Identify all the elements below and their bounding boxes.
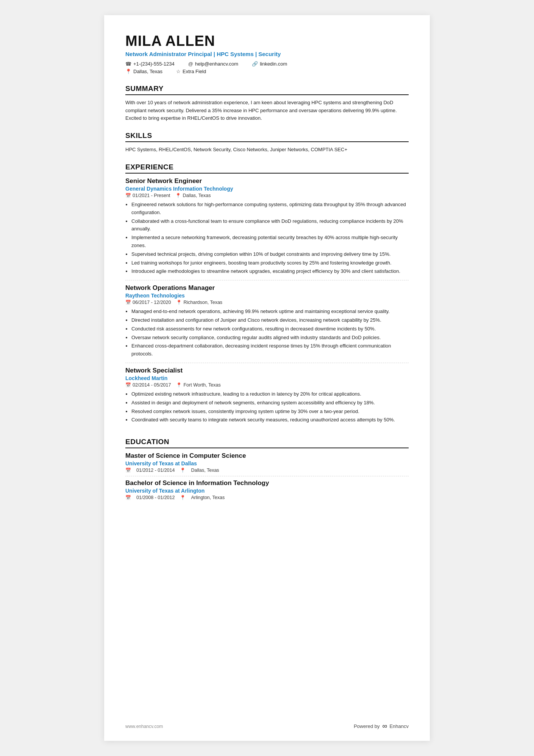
edu-location: Arlington, Texas (191, 495, 225, 500)
resume-page: MILA ALLEN Network Administrator Princip… (104, 15, 430, 741)
calendar-icon: 📅 (125, 300, 131, 305)
edu-degree: Bachelor of Science in Information Techn… (125, 479, 409, 487)
bullet-item: Oversaw network security compliance, con… (131, 334, 409, 342)
job-title: Senior Network Engineer (125, 177, 409, 185)
edu-dates: 01/2008 - 01/2012 (136, 495, 175, 500)
job-bullets: Engineered network solutions for high-pe… (125, 201, 409, 275)
email-value: help@enhancv.com (195, 61, 238, 67)
summary-title: SUMMARY (125, 85, 409, 95)
header-section: MILA ALLEN Network Administrator Princip… (125, 33, 409, 75)
education-container: Master of Science in Computer ScienceUni… (125, 452, 409, 503)
edu-location-icon: 📍 (180, 495, 186, 500)
experience-title: EXPERIENCE (125, 163, 409, 174)
location-text: Dallas, Texas (183, 193, 211, 198)
edu-meta: 📅01/2012 - 01/2014📍Dallas, Texas (125, 468, 409, 473)
bullet-item: Coordinated with security teams to integ… (131, 416, 409, 424)
job-meta: 📅02/2014 - 05/2017📍Fort Worth, Texas (125, 382, 409, 388)
extra-contact: ☆ Extra Field (176, 69, 206, 74)
resume-footer: www.enhancv.com Powered by ∞ Enhancv (125, 722, 409, 730)
location-contact: 📍 Dallas, Texas (125, 69, 162, 74)
edu-degree: Master of Science in Computer Science (125, 452, 409, 460)
bullet-item: Implemented a secure networking framewor… (131, 234, 409, 250)
job-entry: Senior Network EngineerGeneral Dynamics … (125, 177, 409, 280)
job-dates: 📅02/2014 - 05/2017 (125, 382, 171, 388)
powered-by-label: Powered by (354, 723, 380, 729)
company-name: Lockheed Martin (125, 375, 409, 381)
job-meta: 📅06/2017 - 12/2020📍Richardson, Texas (125, 300, 409, 305)
bullet-item: Engineered network solutions for high-pe… (131, 201, 409, 217)
bullet-item: Collaborated with a cross-functional tea… (131, 218, 409, 233)
location-value: Dallas, Texas (133, 69, 162, 74)
location-pin-icon: 📍 (175, 193, 181, 198)
edu-meta: 📅01/2008 - 01/2012📍Arlington, Texas (125, 495, 409, 500)
contact-row-1: ☎ +1-(234)-555-1234 @ help@enhancv.com 🔗… (125, 61, 409, 68)
job-title: Network Operations Manager (125, 284, 409, 292)
candidate-title: Network Administrator Principal | HPC Sy… (125, 51, 409, 57)
education-section: EDUCATION Master of Science in Computer … (125, 438, 409, 503)
bullet-item: Supervised technical projects, driving c… (131, 250, 409, 258)
job-meta: 📅01/2021 - Present📍Dallas, Texas (125, 193, 409, 198)
calendar-icon: 📅 (125, 193, 131, 198)
job-location: 📍Dallas, Texas (175, 193, 211, 198)
skills-text: HPC Systems, RHEL/CentOS, Network Securi… (125, 146, 409, 154)
calendar-icon: 📅 (125, 382, 131, 388)
linkedin-icon: 🔗 (252, 61, 258, 67)
job-entry: Network SpecialistLockheed Martin📅02/201… (125, 367, 409, 429)
extra-value: Extra Field (183, 69, 206, 74)
bullet-item: Enhanced cross-department collaboration,… (131, 342, 409, 358)
footer-website: www.enhancv.com (125, 724, 163, 729)
bullet-item: Conducted risk assessments for new netwo… (131, 325, 409, 333)
dates-text: 01/2021 - Present (133, 193, 170, 198)
skills-section: SKILLS HPC Systems, RHEL/CentOS, Network… (125, 131, 409, 154)
dates-text: 06/2017 - 12/2020 (133, 300, 171, 305)
bullet-item: Directed installation and configuration … (131, 316, 409, 324)
edu-location-icon: 📍 (180, 468, 186, 473)
experience-section: EXPERIENCE Senior Network EngineerGenera… (125, 163, 409, 429)
edu-school: University of Texas at Dallas (125, 460, 409, 466)
location-pin-icon: 📍 (176, 382, 182, 388)
edu-school: University of Texas at Arlington (125, 488, 409, 494)
company-name: Raytheon Technologies (125, 293, 409, 299)
bullet-item: Resolved complex network issues, consist… (131, 408, 409, 416)
candidate-name: MILA ALLEN (125, 33, 409, 49)
summary-section: SUMMARY With over 10 years of network ad… (125, 85, 409, 122)
email-contact: @ help@enhancv.com (188, 61, 238, 67)
location-text: Richardson, Texas (183, 300, 222, 305)
company-name: General Dynamics Information Technology (125, 186, 409, 192)
job-bullets: Optimized existing network infrastructur… (125, 390, 409, 424)
linkedin-value: linkedin.com (260, 61, 287, 67)
job-bullets: Managed end-to-end network operations, a… (125, 308, 409, 358)
phone-contact: ☎ +1-(234)-555-1234 (125, 61, 175, 67)
contact-row-2: 📍 Dallas, Texas ☆ Extra Field (125, 69, 409, 75)
job-location: 📍Richardson, Texas (176, 300, 222, 305)
education-title: EDUCATION (125, 438, 409, 448)
phone-value: +1-(234)-555-1234 (133, 61, 175, 67)
job-dates: 📅06/2017 - 12/2020 (125, 300, 171, 305)
experience-container: Senior Network EngineerGeneral Dynamics … (125, 177, 409, 429)
star-icon: ☆ (176, 69, 181, 74)
bullet-item: Led training workshops for junior engine… (131, 259, 409, 267)
edu-calendar-icon: 📅 (125, 495, 131, 500)
job-entry: Network Operations ManagerRaytheon Techn… (125, 284, 409, 363)
education-entry: Master of Science in Computer ScienceUni… (125, 452, 409, 476)
edu-calendar-icon: 📅 (125, 468, 131, 473)
bullet-item: Optimized existing network infrastructur… (131, 390, 409, 398)
job-dates: 📅01/2021 - Present (125, 193, 170, 198)
edu-location: Dallas, Texas (191, 468, 219, 473)
brand-name: Enhancv (389, 723, 409, 729)
bullet-item: Introduced agile methodologies to stream… (131, 268, 409, 275)
job-title: Network Specialist (125, 367, 409, 374)
dates-text: 02/2014 - 05/2017 (133, 382, 171, 388)
education-entry: Bachelor of Science in Information Techn… (125, 479, 409, 503)
phone-icon: ☎ (125, 61, 131, 67)
job-location: 📍Fort Worth, Texas (176, 382, 220, 388)
summary-text: With over 10 years of network administra… (125, 99, 409, 122)
bullet-item: Managed end-to-end network operations, a… (131, 308, 409, 316)
footer-brand: Powered by ∞ Enhancv (354, 722, 409, 730)
location-pin-icon: 📍 (176, 300, 182, 305)
enhancv-logo-icon: ∞ (383, 722, 387, 730)
edu-dates: 01/2012 - 01/2014 (136, 468, 175, 473)
skills-title: SKILLS (125, 131, 409, 142)
location-icon: 📍 (125, 69, 131, 74)
location-text: Fort Worth, Texas (183, 382, 220, 388)
